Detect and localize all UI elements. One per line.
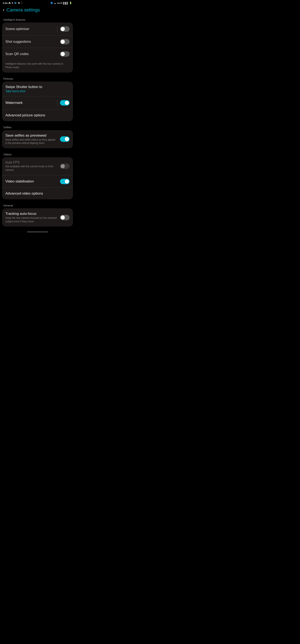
tracking-autofocus-toggle[interactable] (60, 215, 70, 220)
save-selfies-row[interactable]: Save selfies as previewed Save selfies a… (2, 130, 73, 148)
send-icon: ➤ (11, 2, 13, 4)
scan-qr-toggle-wrapper (60, 51, 70, 57)
selfies-card: Save selfies as previewed Save selfies a… (2, 130, 73, 148)
watermark-row[interactable]: Watermark (2, 96, 73, 110)
section-label-selfies: Selfies (0, 124, 75, 130)
advanced-video-title: Advanced video options (5, 192, 70, 196)
save-selfies-knob (65, 137, 69, 141)
watermark-knob (65, 101, 69, 105)
tracking-autofocus-title: Tracking auto-focus (5, 212, 57, 216)
status-left: 5:54 ⁂ ➤ 🐦 ⊕ ⁛ (3, 2, 22, 4)
scene-optimiser-title: Scene optimiser (5, 27, 57, 31)
save-selfies-toggle[interactable] (60, 136, 70, 142)
battery-icon: 🔋 (69, 2, 72, 4)
section-label-videos: Videos (0, 151, 75, 157)
video-stabilisation-toggle-wrapper (57, 179, 70, 184)
shot-suggestions-row[interactable]: Shot suggestions (2, 36, 73, 48)
auto-fps-toggle-wrapper (57, 164, 70, 169)
shot-suggestions-knob (61, 40, 65, 44)
swipe-shutter-subtitle: Take burst shot (5, 90, 70, 93)
shot-suggestions-toggle[interactable] (60, 39, 70, 44)
page-header: ‹ Camera settings (0, 5, 75, 16)
signal-icon: ▌▌▌ (63, 2, 68, 4)
pictures-card: Swipe Shutter button to Take burst shot … (2, 82, 73, 121)
divider (57, 26, 57, 32)
twitter-icon: 🐦 (14, 2, 17, 4)
general-card: Tracking auto-focus Keep the rear camera… (2, 208, 73, 227)
advanced-video-content: Advanced video options (5, 192, 70, 196)
page-title: Camera settings (6, 7, 40, 13)
tracking-autofocus-knob (61, 216, 65, 220)
auto-fps-row[interactable]: Auto FPS Not available with the current … (2, 157, 73, 176)
save-selfies-subtitle: Save selfies and selfie videos as they a… (5, 138, 57, 145)
bluetooth-icon: 🔷 (50, 2, 53, 4)
auto-fps-content: Auto FPS Not available with the current … (5, 160, 57, 172)
section-videos: Videos Auto FPS Not available with the c… (0, 151, 75, 199)
shot-suggestions-toggle-wrapper (60, 39, 70, 44)
video-stabilisation-title: Video stabilisation (5, 179, 57, 184)
scan-qr-toggle[interactable] (60, 51, 70, 57)
auto-fps-toggle[interactable] (60, 164, 70, 169)
video-stabilisation-knob (65, 179, 69, 184)
auto-fps-title: Auto FPS (5, 160, 57, 164)
auto-fps-knob (61, 164, 65, 168)
status-right: 🔷 ▲ VoLTE ▌▌▌ 🔋 (50, 2, 72, 4)
shot-suggestions-content: Shot suggestions (5, 40, 60, 44)
scan-qr-content: Scan QR codes (5, 52, 60, 56)
auto-fps-subtitle: Not available with the current mode or f… (5, 165, 57, 172)
scan-qr-row[interactable]: Scan QR codes (2, 48, 73, 60)
status-bar: 5:54 ⁂ ➤ 🐦 ⊕ ⁛ 🔷 ▲ VoLTE ▌▌▌ 🔋 (0, 0, 75, 5)
scene-optimiser-toggle-wrapper (57, 26, 70, 32)
watermark-toggle-wrapper (57, 100, 70, 106)
section-label-pictures: Pictures (0, 75, 75, 82)
back-button[interactable]: ‹ (3, 8, 4, 12)
save-selfies-title: Save selfies as previewed (5, 134, 57, 138)
swipe-shutter-title: Swipe Shutter button to (5, 85, 70, 89)
video-stabilisation-row[interactable]: Video stabilisation (2, 176, 73, 188)
shot-suggestions-title: Shot suggestions (5, 40, 60, 44)
section-general: General Tracking auto-focus Keep the rea… (0, 202, 75, 227)
section-intelligent-features: Intelligent features Scene optimiser Sho… (0, 16, 75, 72)
swipe-shutter-row[interactable]: Swipe Shutter button to Take burst shot (2, 82, 73, 96)
scan-qr-knob (61, 52, 65, 56)
swipe-shutter-content: Swipe Shutter button to Take burst shot (5, 85, 70, 93)
advanced-picture-content: Advanced picture options (5, 113, 70, 118)
section-label-intelligent: Intelligent features (0, 16, 75, 22)
dots-icon: ⁛ (21, 2, 22, 4)
save-selfies-toggle-wrapper (57, 136, 70, 142)
scan-qr-title: Scan QR codes (5, 52, 60, 56)
volte-icon: VoLTE (57, 2, 62, 4)
save-selfies-content: Save selfies as previewed Save selfies a… (5, 134, 57, 145)
tracking-autofocus-content: Tracking auto-focus Keep the rear camera… (5, 212, 57, 223)
time-display: 5:54 (3, 2, 7, 4)
scene-optimiser-row[interactable]: Scene optimiser (2, 22, 73, 36)
alert-icon: ⊕ (18, 2, 20, 4)
video-stabilisation-content: Video stabilisation (5, 179, 57, 184)
intelligent-features-card: Scene optimiser Shot suggestions Scan Q (2, 22, 73, 72)
tracking-autofocus-row[interactable]: Tracking auto-focus Keep the rear camera… (2, 208, 73, 227)
section-selfies: Selfies Save selfies as previewed Save s… (0, 124, 75, 148)
tracking-autofocus-subtitle: Keep the rear camera focused on the sele… (5, 216, 57, 223)
advanced-picture-title: Advanced picture options (5, 113, 70, 118)
wifi-icon: ▲ (54, 2, 56, 4)
advanced-picture-row[interactable]: Advanced picture options (2, 110, 73, 121)
watermark-title: Watermark (5, 101, 57, 105)
tracking-autofocus-toggle-wrapper (57, 215, 70, 220)
divider (57, 100, 57, 106)
scene-optimiser-toggle[interactable] (60, 26, 70, 32)
videos-card: Auto FPS Not available with the current … (2, 157, 73, 199)
watermark-toggle[interactable] (60, 100, 70, 106)
intelligent-features-note: Intelligent features only work with the … (2, 60, 73, 72)
grid-icon: ⁂ (8, 2, 11, 4)
section-label-general: General (0, 202, 75, 208)
advanced-video-row[interactable]: Advanced video options (2, 188, 73, 199)
home-indicator (0, 229, 75, 234)
scene-optimiser-content: Scene optimiser (5, 27, 57, 31)
scene-optimiser-knob (61, 27, 65, 31)
home-bar (27, 232, 48, 232)
video-stabilisation-toggle[interactable] (60, 179, 70, 184)
watermark-content: Watermark (5, 101, 57, 105)
section-pictures: Pictures Swipe Shutter button to Take bu… (0, 75, 75, 121)
